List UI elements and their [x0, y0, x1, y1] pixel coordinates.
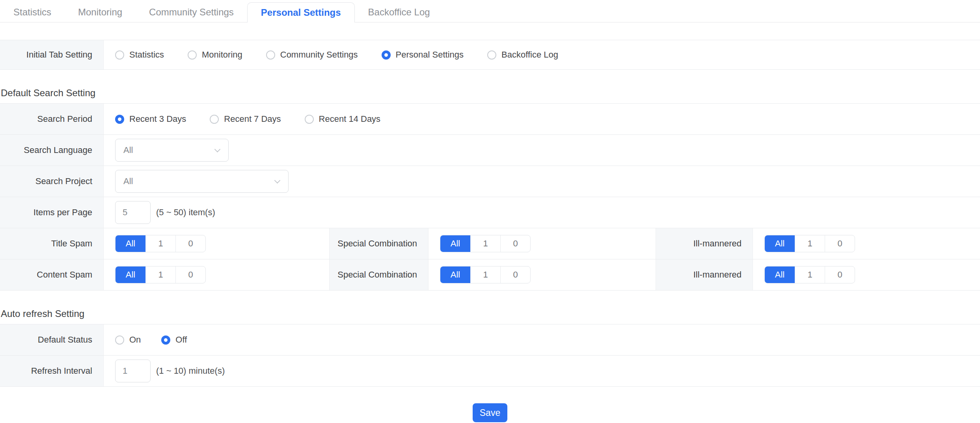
refresh-interval-row: Refresh Interval (1 ~ 10) minute(s) [0, 356, 980, 387]
chevron-down-icon [274, 177, 281, 184]
segment-1[interactable]: 1 [470, 266, 500, 283]
tab-statistics[interactable]: Statistics [0, 2, 65, 22]
segment-0[interactable]: 0 [175, 235, 205, 252]
segment-1[interactable]: 1 [470, 235, 500, 252]
title-spam-row: Title Spam All 1 0 Special Combination A… [0, 228, 980, 259]
search-language-select[interactable]: All [115, 139, 229, 162]
radio-label: On [129, 335, 141, 345]
radio-initial-monitoring[interactable]: Monitoring [188, 50, 242, 60]
tab-label: Statistics [13, 7, 51, 18]
radio-status-on[interactable]: On [115, 335, 141, 345]
radio-icon [115, 335, 124, 345]
default-search-setting-heading: Default Search Setting [1, 88, 980, 98]
personal-settings-page: Statistics Monitoring Community Settings… [0, 0, 980, 423]
radio-recent-3-days[interactable]: Recent 3 Days [115, 114, 186, 124]
row-label: Search Project [35, 176, 92, 186]
search-project-label: Search Project [0, 166, 104, 197]
search-project-row: Search Project All [0, 166, 980, 197]
search-language-content: All [104, 135, 980, 166]
radio-icon [266, 50, 275, 60]
segment-0[interactable]: 0 [825, 266, 855, 283]
row-label: Special Combination [337, 270, 417, 280]
radio-label: Recent 7 Days [224, 114, 281, 124]
tab-label: Monitoring [78, 7, 122, 18]
radio-initial-backoffice-log[interactable]: Backoffice Log [487, 50, 558, 60]
select-value: All [123, 145, 133, 155]
radio-icon [115, 50, 124, 60]
search-language-row: Search Language All [0, 135, 980, 166]
radio-label: Community Settings [280, 50, 358, 60]
tab-community-settings[interactable]: Community Settings [136, 2, 247, 22]
search-project-content: All [104, 166, 980, 197]
title-spam-label: Title Spam [0, 228, 104, 259]
row-label: Special Combination [337, 239, 417, 249]
segment-0[interactable]: 0 [500, 266, 530, 283]
segment-all[interactable]: All [440, 266, 470, 283]
segment-1[interactable]: 1 [795, 266, 825, 283]
content-special-combination-toggle: All 1 0 [440, 266, 531, 283]
content-ill-mannered-toggle-cell: All 1 0 [753, 259, 980, 290]
radio-icon [305, 115, 314, 124]
row-label: Title Spam [51, 239, 92, 249]
radio-initial-community-settings[interactable]: Community Settings [266, 50, 358, 60]
select-value: All [123, 176, 133, 186]
radio-recent-14-days[interactable]: Recent 14 Days [305, 114, 381, 124]
radio-label: Statistics [129, 50, 164, 60]
items-per-page-input[interactable] [115, 201, 151, 224]
initial-tab-setting-row: Initial Tab Setting Statistics Monitorin… [0, 40, 980, 70]
segment-0[interactable]: 0 [175, 266, 205, 283]
save-button[interactable]: Save [473, 403, 507, 422]
row-label: Ill-mannered [693, 239, 742, 249]
items-per-page-row: Items per Page (5 ~ 50) item(s) [0, 197, 980, 228]
segment-1[interactable]: 1 [795, 235, 825, 252]
radio-initial-statistics[interactable]: Statistics [115, 50, 164, 60]
auto-refresh-setting-table: Default Status On Off Refresh Interval (… [0, 324, 980, 387]
segment-1[interactable]: 1 [145, 235, 175, 252]
refresh-interval-input[interactable] [115, 360, 151, 382]
row-label: Search Period [37, 114, 92, 124]
tab-label: Community Settings [149, 7, 234, 18]
title-special-combination-label: Special Combination [329, 228, 429, 259]
segment-all[interactable]: All [765, 235, 795, 252]
radio-initial-personal-settings[interactable]: Personal Settings [382, 50, 464, 60]
default-search-setting-table: Search Period Recent 3 Days Recent 7 Day… [0, 103, 980, 291]
segment-all[interactable]: All [116, 266, 145, 283]
save-button-container: Save [0, 403, 980, 422]
segment-0[interactable]: 0 [825, 235, 855, 252]
title-special-combination-toggle-cell: All 1 0 [429, 228, 656, 259]
tab-monitoring[interactable]: Monitoring [65, 2, 136, 22]
content-spam-row: Content Spam All 1 0 Special Combination… [0, 259, 980, 291]
content-ill-mannered-label: Ill-mannered [656, 259, 753, 290]
radio-label: Recent 14 Days [319, 114, 381, 124]
radio-label: Monitoring [202, 50, 242, 60]
radio-label: Recent 3 Days [129, 114, 186, 124]
content-special-combination-label: Special Combination [329, 259, 429, 290]
content-ill-mannered-toggle: All 1 0 [764, 266, 855, 283]
segment-all[interactable]: All [765, 266, 795, 283]
tab-label: Personal Settings [261, 7, 341, 18]
title-ill-mannered-label: Ill-mannered [656, 228, 753, 259]
default-status-options: On Off [104, 324, 980, 355]
radio-icon [188, 50, 197, 60]
tab-personal-settings[interactable]: Personal Settings [247, 2, 355, 22]
row-label: Refresh Interval [31, 366, 92, 376]
search-project-select[interactable]: All [115, 170, 289, 193]
segment-0[interactable]: 0 [500, 235, 530, 252]
initial-tab-setting-options: Statistics Monitoring Community Settings… [104, 40, 980, 69]
refresh-interval-content: (1 ~ 10) minute(s) [104, 356, 980, 386]
segment-all[interactable]: All [440, 235, 470, 252]
tab-bar: Statistics Monitoring Community Settings… [0, 0, 980, 22]
segment-1[interactable]: 1 [145, 266, 175, 283]
tab-backoffice-log[interactable]: Backoffice Log [355, 2, 443, 22]
row-label: Content Spam [37, 270, 92, 280]
radio-label: Personal Settings [396, 50, 464, 60]
content-spam-toggle: All 1 0 [115, 266, 206, 283]
row-label: Items per Page [34, 207, 92, 218]
refresh-interval-label: Refresh Interval [0, 356, 104, 386]
segment-all[interactable]: All [116, 235, 145, 252]
search-period-label: Search Period [0, 104, 104, 134]
radio-status-off[interactable]: Off [161, 335, 187, 345]
radio-selected-icon [161, 335, 170, 345]
radio-recent-7-days[interactable]: Recent 7 Days [210, 114, 281, 124]
radio-selected-icon [115, 115, 124, 124]
